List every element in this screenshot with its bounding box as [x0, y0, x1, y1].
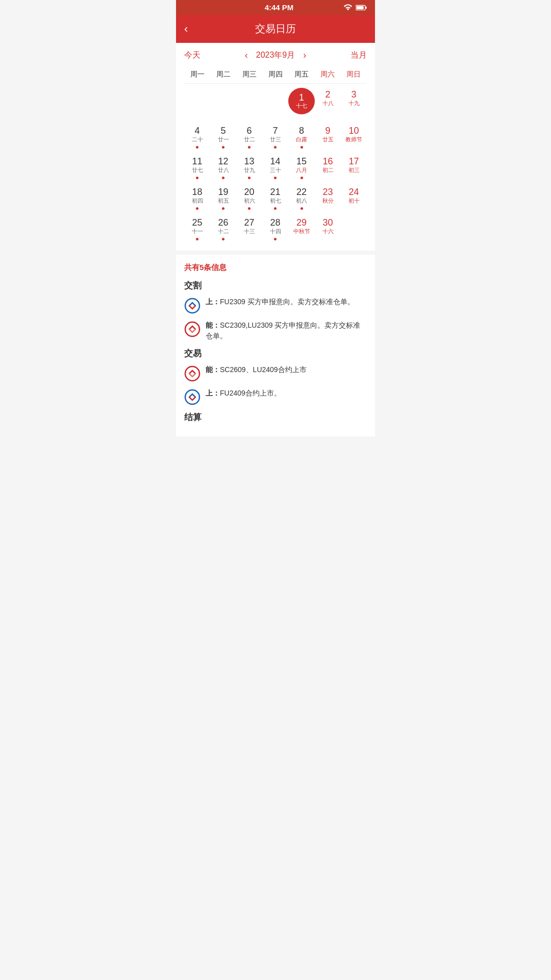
svg-point-6	[185, 390, 199, 404]
status-bar: 4:44 PM	[176, 0, 375, 15]
battery-icon	[356, 4, 367, 11]
weekday-sun: 周日	[341, 70, 367, 79]
calendar-day[interactable]: 17初三	[341, 151, 367, 181]
exchange-icon-blue2	[184, 389, 201, 405]
cal-dot	[274, 177, 277, 179]
calendar-day[interactable]: 16初二	[315, 151, 341, 181]
calendar-day[interactable]: 22初八	[288, 181, 315, 212]
calendar-day	[262, 84, 288, 120]
cal-dot	[196, 207, 198, 210]
category-jiesuan: 结算	[184, 411, 367, 423]
current-month-label: 2023年9月	[256, 50, 295, 61]
calendar-day[interactable]: 6廿二	[236, 120, 262, 151]
svg-point-5	[185, 366, 199, 381]
calendar-day[interactable]: 20初六	[236, 181, 262, 212]
calendar-day[interactable]: 8白露	[288, 120, 315, 151]
svg-point-3	[185, 299, 199, 313]
calendar-day[interactable]: 4二十	[184, 120, 210, 151]
exchange-icon-red2	[184, 365, 201, 382]
back-button[interactable]: ‹	[184, 22, 199, 36]
today-button[interactable]: 今天	[184, 50, 201, 61]
cal-dot	[222, 238, 224, 240]
calendar-day	[184, 84, 210, 120]
category-jiaoge: 交割	[184, 280, 367, 291]
calendar-day[interactable]: 21初七	[262, 181, 288, 212]
calendar-day[interactable]: 26十二	[210, 212, 236, 242]
calendar-day[interactable]: 1十七	[288, 84, 315, 120]
prev-month-button[interactable]: ‹	[245, 50, 248, 61]
cal-dot	[248, 146, 251, 149]
cal-dot	[274, 146, 277, 149]
info-label-1: 上：	[206, 298, 220, 306]
info-count: 共有5条信息	[184, 263, 367, 273]
calendar-day[interactable]: 13廿九	[236, 151, 262, 181]
calendar-day	[210, 84, 236, 120]
calendar-day[interactable]: 14三十	[262, 151, 288, 181]
calendar-day[interactable]: 25十一	[184, 212, 210, 242]
page-title: 交易日历	[199, 22, 352, 36]
cal-dot	[196, 146, 198, 149]
calendar-day[interactable]: 28十四	[262, 212, 288, 242]
cal-dot	[274, 238, 277, 240]
exchange-icon-red	[184, 321, 201, 337]
weekday-wed: 周三	[236, 70, 262, 79]
calendar-day[interactable]: 10教师节	[341, 120, 367, 151]
info-text-3: 能：SC2609、LU2409合约上市	[206, 364, 367, 375]
cal-dot	[300, 177, 303, 179]
cal-dot	[222, 146, 224, 149]
calendar-day[interactable]: 12廿八	[210, 151, 236, 181]
wifi-icon	[343, 4, 353, 11]
weekday-mon: 周一	[184, 70, 210, 79]
cal-dot	[248, 177, 251, 179]
info-item-1: 上：FU2309 买方申报意向。卖方交标准仓单。	[184, 297, 367, 314]
calendar-day	[236, 84, 262, 120]
cal-dot	[300, 146, 303, 149]
cal-dot	[300, 207, 303, 210]
svg-point-4	[185, 322, 199, 336]
calendar-day[interactable]: 19初五	[210, 181, 236, 212]
next-month-button[interactable]: ›	[303, 50, 306, 61]
weekday-headers: 周一 周二 周三 周四 周五 周六 周日	[184, 66, 367, 84]
calendar-day[interactable]: 29中秋节	[288, 212, 315, 242]
calendar-container: 今天 ‹ 2023年9月 › 当月 周一 周二 周三 周四 周五 周六 周日 1…	[176, 43, 375, 251]
cal-dot	[196, 238, 198, 240]
svg-rect-2	[357, 6, 364, 9]
cal-dot	[222, 207, 224, 210]
info-item-3: 能：SC2609、LU2409合约上市	[184, 364, 367, 382]
calendar-day[interactable]: 30十六	[315, 212, 341, 242]
cal-dot	[196, 177, 198, 179]
calendar-day[interactable]: 27十三	[236, 212, 262, 242]
calendar-day[interactable]: 15八月	[288, 151, 315, 181]
info-label-2: 能：	[206, 321, 220, 329]
category-jiaoyi: 交易	[184, 348, 367, 359]
calendar-day[interactable]: 11廿七	[184, 151, 210, 181]
calendar-day[interactable]: 18初四	[184, 181, 210, 212]
info-text-2: 能：SC2309,LU2309 买方申报意向。卖方交标准仓单。	[206, 320, 367, 341]
calendar-day[interactable]: 23秋分	[315, 181, 341, 212]
calendar-day[interactable]: 2十八	[315, 84, 341, 120]
info-text-1: 上：FU2309 买方申报意向。卖方交标准仓单。	[206, 297, 367, 307]
calendar-grid: 1十七2十八3十九4二十5廿一6廿二7廿三8白露9廿五10教师节11廿七12廿八…	[184, 84, 367, 242]
cal-dot	[300, 115, 303, 118]
info-count-suffix: 条信息	[204, 263, 227, 272]
calendar-day[interactable]: 3十九	[341, 84, 367, 120]
calendar-day	[341, 212, 367, 242]
calendar-day[interactable]: 5廿一	[210, 120, 236, 151]
calendar-day[interactable]: 24初十	[341, 181, 367, 212]
calendar-day[interactable]: 9廿五	[315, 120, 341, 151]
cal-dot	[274, 207, 277, 210]
cal-dot	[248, 207, 251, 210]
cal-dot	[222, 177, 224, 179]
info-label-3: 能：	[206, 365, 220, 374]
calendar-day[interactable]: 7廿三	[262, 120, 288, 151]
info-item-4: 上：FU2409合约上市。	[184, 388, 367, 405]
weekday-tue: 周二	[210, 70, 236, 79]
svg-rect-1	[365, 6, 366, 9]
info-item-2: 能：SC2309,LU2309 买方申报意向。卖方交标准仓单。	[184, 320, 367, 341]
weekday-fri: 周五	[289, 70, 315, 79]
info-section: 共有5条信息 交割 上：FU2309 买方申报意向。卖方交标准仓单。 能：SC2…	[176, 255, 375, 436]
info-text-4: 上：FU2409合约上市。	[206, 388, 367, 399]
exchange-icon-blue	[184, 298, 201, 314]
this-month-button[interactable]: 当月	[350, 50, 367, 61]
status-icons	[343, 4, 367, 11]
